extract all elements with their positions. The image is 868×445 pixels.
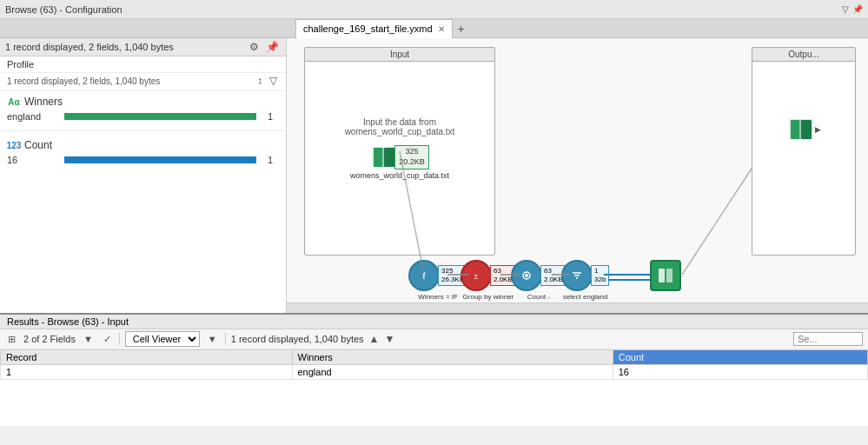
bottom-header: Results - Browse (63) - Input — [0, 315, 868, 329]
field-divider-1 — [0, 130, 286, 131]
grid-view-btn[interactable]: ⊞ — [5, 333, 18, 346]
sort-icon — [518, 267, 535, 284]
search-input[interactable] — [793, 332, 863, 346]
field-winners: Aα Winners england 1 — [0, 91, 286, 127]
record-info: 1 record displayed, 1,040 bytes — [231, 334, 364, 344]
svg-rect-6 — [801, 120, 812, 139]
nav-down-btn[interactable]: ▼ — [384, 333, 394, 345]
pin-btn[interactable]: 📌 — [852, 4, 863, 14]
file-size2: 20.2KB — [399, 157, 425, 168]
tab-close-btn[interactable]: ✕ — [438, 24, 445, 34]
profile-sublabel: 1 record displayed, 2 fields, 1,040 byte… — [0, 73, 286, 91]
horizontal-scrollbar[interactable] — [287, 302, 868, 313]
bottom-header-title: Results - Browse (63) - Input — [7, 316, 129, 327]
output-box-body: ▶ — [752, 114, 855, 145]
winners-field-name: Winners — [24, 96, 63, 108]
minimize-btn[interactable]: ▽ — [842, 4, 849, 14]
output-book-icon — [787, 117, 815, 142]
winners-type-icon: Aα — [7, 95, 21, 109]
svg-rect-5 — [791, 120, 801, 139]
nav-up-btn[interactable]: ▲ — [369, 333, 380, 345]
left-panel-header: 1 record displayed, 2 fields, 1,040 byte… — [0, 38, 286, 56]
winners-count: 1 — [262, 111, 279, 122]
data-table: Record Winners Count 1england16 — [0, 349, 868, 380]
toolbar-sep-1 — [119, 333, 120, 345]
top-bar-title: Browse (63) - Configuration — [5, 4, 842, 15]
left-panel: 1 record displayed, 2 fields, 1,040 byte… — [0, 38, 287, 313]
tab-add-btn[interactable]: + — [453, 20, 470, 37]
bottom-panel: Results - Browse (63) - Input ⊞ 2 of 2 F… — [0, 313, 868, 426]
tab-label: challenge_169_start_file.yxmd — [303, 23, 433, 34]
svg-rect-1 — [374, 148, 384, 167]
winners-bar-row: england 1 — [7, 111, 279, 122]
fields-dropdown-btn[interactable]: ▼ — [81, 333, 96, 345]
viewer-select[interactable]: Cell Viewer — [125, 331, 200, 347]
col-count: Count — [613, 350, 867, 365]
filter-icon — [568, 267, 586, 284]
results-table: Record Winners Count 1england16 — [0, 349, 868, 426]
bottom-toolbar: ⊞ 2 of 2 Fields ▼ ✓ Cell Viewer ▼ 1 reco… — [0, 329, 868, 349]
col-record: Record — [1, 350, 293, 365]
pin-icon[interactable]: 📌 — [264, 41, 281, 53]
input-box-title: Input — [305, 48, 494, 62]
svg-point-14 — [525, 274, 528, 277]
left-panel-info: 1 record displayed, 2 fields, 1,040 byte… — [5, 42, 174, 52]
sort-icon[interactable]: ↕ — [255, 75, 264, 87]
viewer-dropdown-btn[interactable]: ▼ — [205, 333, 220, 345]
file-name: womens_world_cup_data.txt — [350, 171, 449, 180]
workflow-canvas: Input Input the data from womens_world_c… — [287, 38, 868, 313]
svg-rect-22 — [666, 269, 673, 282]
input-box: Input Input the data from womens_world_c… — [304, 47, 495, 256]
cell-winners: england — [292, 365, 613, 380]
input-box-text: Input the data from womens_world_cup_dat… — [310, 117, 489, 136]
fields-label: 2 of 2 Fields — [23, 334, 76, 344]
output-box: Outpu... ▶ — [752, 47, 856, 256]
count-type-icon: 123 — [7, 138, 21, 152]
top-bar: Browse (63) - Configuration ▽ 📌 — [0, 0, 868, 19]
svg-rect-2 — [384, 148, 394, 167]
output-browse-icon[interactable]: ▶ — [758, 117, 850, 142]
formula-icon: f — [415, 267, 433, 284]
winners-bar — [64, 113, 256, 120]
cell-count: 16 — [613, 365, 867, 380]
svg-line-29 — [682, 169, 752, 275]
col-winners: Winners — [292, 350, 613, 365]
browse-book-icon — [656, 266, 675, 285]
table-row: 1england16 — [1, 365, 868, 380]
field-count: 123 Count 16 1 — [0, 135, 286, 170]
tab-bar: challenge_169_start_file.yxmd ✕ + — [0, 19, 868, 38]
canvas-area: Input Input the data from womens_world_c… — [287, 38, 868, 313]
filter-icon[interactable]: ▽ — [268, 75, 279, 87]
svg-text:Σ: Σ — [474, 273, 479, 281]
cell-record: 1 — [1, 365, 293, 380]
count-bar-container — [64, 156, 256, 163]
profile-label: Profile — [0, 56, 286, 73]
file-node[interactable]: 325 20.2KB womens_world_cup_data.txt — [350, 145, 449, 180]
count-count: 1 — [262, 155, 279, 165]
check-btn[interactable]: ✓ — [101, 333, 114, 346]
count-value: 16 — [7, 155, 59, 165]
toolbar-sep-2 — [225, 333, 226, 345]
winners-value: england — [7, 111, 59, 122]
output-box-title: Outpu... — [752, 48, 855, 62]
file-size1: 325 — [399, 147, 425, 157]
count-bar-row: 16 1 — [7, 155, 279, 165]
count-field-name: Count — [24, 139, 52, 151]
main-layout: 1 record displayed, 2 fields, 1,040 byte… — [0, 38, 868, 313]
browse-node[interactable] — [650, 260, 681, 291]
input-box-body: Input the data from womens_world_cup_dat… — [305, 62, 494, 183]
tab-main[interactable]: challenge_169_start_file.yxmd ✕ — [295, 19, 453, 38]
config-icon[interactable]: ⚙ — [248, 41, 261, 53]
svg-rect-21 — [659, 269, 665, 282]
count-bar — [64, 156, 256, 163]
summarize-icon: Σ — [467, 267, 485, 284]
winners-bar-container — [64, 113, 256, 120]
